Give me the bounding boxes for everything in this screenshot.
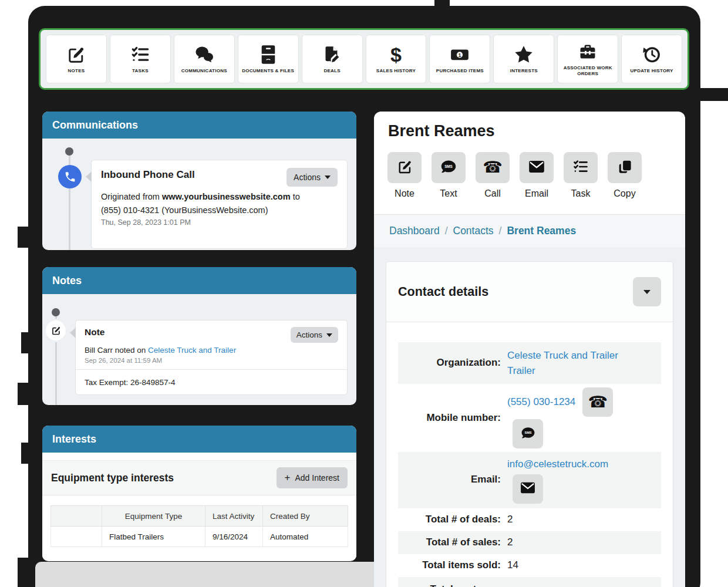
table-header-last-activity: Last Activity: [205, 506, 263, 527]
detail-label: Email:: [398, 473, 507, 487]
quick-action-label: Task: [571, 188, 591, 199]
checklist-icon: [130, 44, 150, 65]
interests-panel-header: Interests: [42, 426, 356, 453]
edge-artifact: [18, 227, 29, 248]
notes-panel: Notes Note Actions Bill Carr: [42, 267, 356, 405]
quick-action-text-button[interactable]: SMS: [432, 152, 466, 183]
quick-actions-row: Note SMS Text ☎ Call Email: [387, 152, 671, 199]
timeline-dot: [52, 308, 60, 316]
pencil-square-icon: [397, 159, 413, 177]
note-actions-button[interactable]: Actions: [291, 327, 338, 343]
breadcrumb-separator: /: [445, 225, 448, 237]
detail-label: Total items sold:: [398, 559, 507, 572]
equipment-interests-table: Equipment Type Last Activity Created By …: [50, 505, 348, 547]
detail-value: 14: [507, 558, 518, 573]
sms-mobile-button[interactable]: SMS: [513, 419, 543, 448]
toolbar-item-tasks[interactable]: TASKS: [110, 35, 171, 83]
caret-down-icon: [643, 290, 651, 294]
interests-panel: Interests Equipment type interests + Add…: [42, 426, 356, 561]
svg-text:1: 1: [459, 52, 461, 58]
file-cabinet-icon: [259, 44, 277, 65]
quick-action-note-button[interactable]: [387, 152, 422, 183]
envelope-icon: [520, 481, 535, 496]
toolbar-item-label: UPDATE HISTORY: [629, 68, 675, 74]
toolbar-item-label: DOCUMENTS & FILES: [240, 68, 296, 74]
cell-blank: [51, 527, 102, 547]
toolbar-item-deals[interactable]: DEALS: [302, 35, 363, 83]
detail-row-total-deals: Total # of deals: 2: [398, 508, 661, 531]
toolbar-item-purchased-items[interactable]: 1 PURCHASED ITEMS: [429, 35, 490, 83]
toolbar-item-communications[interactable]: COMMUNICATIONS: [174, 35, 235, 83]
svg-text:SMS: SMS: [524, 431, 531, 434]
interests-panel-title: Interests: [52, 433, 96, 446]
divider: [42, 453, 356, 460]
edge-artifact: [434, 0, 450, 8]
contact-record-panel: Brent Reames Note SMS Text ☎ Call: [374, 112, 685, 587]
equipment-interests-title: Equipment type interests: [51, 472, 174, 484]
detail-row-total-sales: Total # of sales: 2: [398, 531, 661, 554]
quick-action-copy-button[interactable]: [608, 152, 642, 183]
dollar-icon: $: [390, 44, 402, 65]
detail-label: Organization:: [398, 356, 507, 370]
sms-bubble-icon: SMS: [440, 158, 457, 177]
communication-entry-timestamp: Thu, Sep 28, 2023 1:01 PM: [101, 218, 338, 227]
communication-entry-text: Originated from www.yourbusinesswebsite.…: [101, 190, 312, 218]
call-mobile-button[interactable]: ☎: [582, 387, 613, 417]
banknote-icon: 1: [449, 44, 471, 65]
quick-action-label: Text: [440, 188, 457, 199]
contact-panel-body: Contact details Organization: Celeste Tr…: [374, 247, 685, 587]
organization-link[interactable]: Celeste Truck and Trailer Trailer: [507, 350, 618, 376]
actions-button-label: Actions: [294, 173, 321, 182]
toolbar-item-label: TASKS: [130, 68, 150, 74]
crm-screenshot: NOTES TASKS COMMUNICATIONS DOCUMENTS & F…: [0, 0, 728, 587]
breadcrumb-current: Brent Reames: [507, 225, 576, 237]
note-entry-card: Note Actions Bill Carr noted on Celeste …: [75, 320, 348, 395]
communications-panel-title: Communications: [52, 119, 138, 131]
edge-artifact: [18, 558, 29, 587]
toolbar-item-update-history[interactable]: UPDATE HISTORY: [621, 35, 682, 83]
quick-action-task-button[interactable]: [564, 152, 598, 183]
toolbar-item-interests[interactable]: INTERESTS: [493, 35, 554, 83]
breadcrumb-dashboard-link[interactable]: Dashboard: [389, 225, 440, 237]
communication-entry-title: Inbound Phone Call: [101, 169, 195, 181]
quick-action-label: Copy: [614, 188, 635, 199]
copy-icon: [617, 159, 633, 177]
sms-bubble-icon: SMS: [520, 426, 536, 442]
contact-details-title: Contact details: [398, 285, 488, 299]
card-arrow-icon: [70, 328, 76, 338]
edge-artifact: [21, 332, 29, 353]
edge-artifact: [18, 383, 29, 405]
organization-link[interactable]: Celeste Truck and Trailer: [148, 346, 236, 355]
toolbar-item-work-orders[interactable]: ASSOCIATED WORK ORDERS: [557, 35, 618, 83]
contact-details-card: Contact details Organization: Celeste Tr…: [386, 261, 673, 587]
add-interest-button[interactable]: + Add Interest: [277, 467, 348, 488]
timeline-dot: [65, 147, 73, 156]
notes-panel-header: Notes: [42, 267, 356, 294]
detail-row-email: Email: info@celestetruck.com: [398, 452, 661, 508]
mobile-number-link[interactable]: (555) 030-1234: [507, 394, 575, 410]
email-link[interactable]: info@celestetruck.com: [507, 458, 608, 470]
table-header-created-by: Created By: [263, 506, 348, 527]
communication-actions-button[interactable]: Actions: [287, 168, 338, 187]
cell-equipment-type: Flatbed Trailers: [102, 527, 205, 547]
contact-details-body: Organization: Celeste Truck and Trailer …: [386, 322, 673, 587]
quick-action-email-button[interactable]: [520, 152, 554, 183]
toolbar-item-label: DEALS: [322, 68, 342, 74]
pencil-square-icon: [66, 44, 86, 65]
toolbar-item-documents[interactable]: DOCUMENTS & FILES: [238, 35, 299, 83]
document-pencil-icon: [322, 44, 342, 65]
contact-name-title: Brent Reames: [388, 122, 671, 140]
send-email-button[interactable]: [513, 474, 543, 504]
toolbar-item-label: COMMUNICATIONS: [180, 68, 229, 74]
cropped-card-edge: [35, 562, 433, 587]
toolbar-item-label: NOTES: [66, 68, 87, 74]
note-entry-icon: [46, 321, 66, 340]
collapse-section-button[interactable]: [633, 277, 661, 306]
breadcrumb-contacts-link[interactable]: Contacts: [453, 225, 494, 237]
toolbar-item-sales-history[interactable]: $ SALES HISTORY: [366, 35, 427, 83]
cell-last-activity: 9/16/2024: [205, 527, 263, 547]
quick-action-label: Email: [525, 188, 548, 199]
toolbar-item-notes[interactable]: NOTES: [46, 35, 107, 83]
quick-action-call-button[interactable]: ☎: [476, 152, 510, 183]
communication-entry-card: Inbound Phone Call Actions Originated fr…: [91, 160, 348, 249]
